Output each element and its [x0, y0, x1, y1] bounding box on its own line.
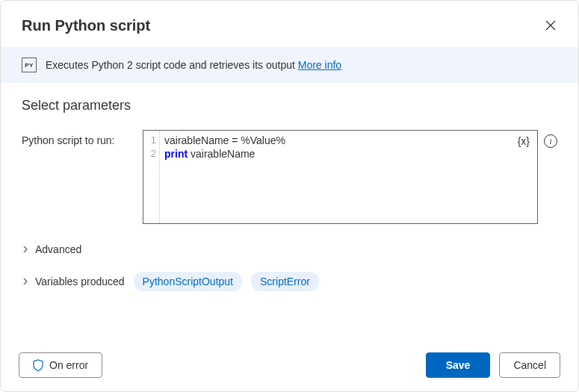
editor-gutter: 1 2	[143, 131, 160, 223]
line-number: 2	[143, 147, 159, 161]
variables-produced-expander[interactable]: Variables produced	[22, 276, 125, 287]
dialog-header: Run Python script	[1, 1, 578, 47]
code-editor[interactable]: 1 2 vairableName = %Value% print vairabl…	[143, 130, 538, 224]
param-row-script: Python script to run: 1 2 vairableName =…	[22, 130, 557, 224]
advanced-label: Advanced	[35, 243, 81, 255]
dialog: Run Python script PY Executes Python 2 s…	[0, 0, 579, 392]
dialog-footer: On error Save Cancel	[1, 339, 578, 391]
close-button[interactable]	[541, 16, 560, 35]
info-bar: PY Executes Python 2 script code and ret…	[1, 47, 578, 83]
code-line: print vairableName	[164, 147, 533, 161]
editor-code[interactable]: vairableName = %Value% print vairableNam…	[160, 131, 537, 223]
advanced-expander[interactable]: Advanced	[22, 243, 557, 255]
python-badge-icon: PY	[22, 57, 37, 72]
variables-produced-row: Variables produced PythonScriptOutput Sc…	[22, 272, 557, 291]
info-text: Executes Python 2 script code and retrie…	[46, 59, 341, 71]
on-error-button[interactable]: On error	[19, 352, 102, 378]
save-button[interactable]: Save	[426, 352, 491, 378]
variable-pill[interactable]: ScriptError	[251, 272, 319, 291]
chevron-right-icon	[22, 278, 29, 285]
variables-produced-label: Variables produced	[35, 276, 125, 287]
chevron-right-icon	[22, 246, 29, 253]
more-info-link[interactable]: More info	[298, 59, 341, 71]
dialog-title: Run Python script	[22, 17, 150, 34]
close-icon	[545, 20, 556, 31]
insert-variable-button[interactable]: {x}	[518, 135, 530, 147]
line-number: 1	[143, 134, 159, 147]
on-error-label: On error	[49, 359, 88, 371]
cancel-button[interactable]: Cancel	[499, 352, 560, 378]
editor-wrap: 1 2 vairableName = %Value% print vairabl…	[143, 130, 557, 224]
param-label-script: Python script to run:	[22, 130, 134, 146]
dialog-body: Select parameters Python script to run: …	[1, 83, 578, 339]
info-icon[interactable]: i	[544, 134, 557, 148]
section-heading: Select parameters	[22, 98, 557, 113]
code-line: vairableName = %Value%	[164, 134, 533, 147]
variable-pill[interactable]: PythonScriptOutput	[134, 272, 242, 291]
shield-icon	[33, 359, 43, 371]
